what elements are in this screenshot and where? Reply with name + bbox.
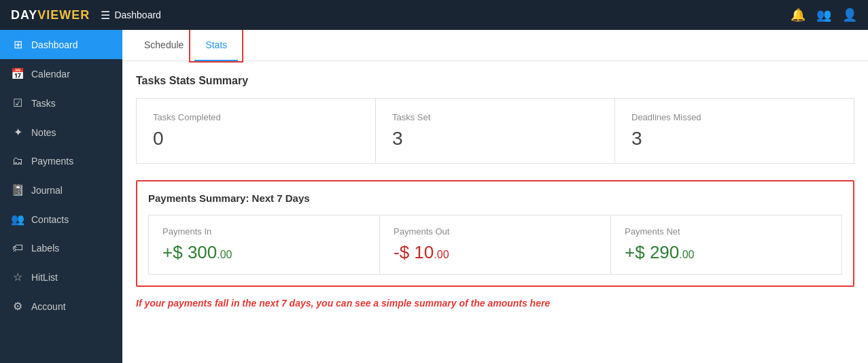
payment-label-out: Payments Out bbox=[394, 226, 597, 237]
tab-schedule-label: Schedule bbox=[144, 39, 184, 50]
stat-value-missed: 3 bbox=[631, 128, 837, 150]
stat-label-completed: Tasks Completed bbox=[153, 112, 359, 122]
sidebar-label-hitlist: HitList bbox=[31, 272, 58, 283]
sidebar-item-tasks[interactable]: ☑ Tasks bbox=[0, 88, 122, 118]
payment-net-main: 290 bbox=[645, 242, 680, 262]
payment-in-prefix: +$ bbox=[162, 242, 183, 262]
sidebar-item-dashboard[interactable]: ⊞ Dashboard bbox=[0, 30, 122, 59]
sidebar-label-contacts: Contacts bbox=[31, 214, 69, 225]
labels-icon: 🏷 bbox=[11, 242, 24, 254]
contacts-icon: 👥 bbox=[11, 213, 24, 226]
sidebar-label-account: Account bbox=[31, 301, 66, 312]
stat-label-set: Tasks Set bbox=[392, 112, 598, 122]
sidebar-label-payments: Payments bbox=[31, 156, 73, 167]
app-logo: DAYVIEWER bbox=[11, 8, 90, 22]
payment-card-net: Payments Net +$ 290.00 bbox=[611, 215, 841, 274]
payments-summary-title: Payments Summary: Next 7 Days bbox=[148, 192, 842, 204]
sidebar-label-labels: Labels bbox=[31, 243, 59, 254]
logo-day: DAY bbox=[11, 8, 37, 22]
top-navigation: DAYVIEWER ☰ Dashboard 🔔 👥 👤 bbox=[0, 0, 868, 30]
payment-out-main: 10 bbox=[409, 242, 434, 262]
payment-card-out: Payments Out -$ 10.00 bbox=[380, 215, 611, 274]
sidebar-label-notes: Notes bbox=[31, 127, 56, 138]
sidebar-item-journal[interactable]: 📓 Journal bbox=[0, 175, 122, 205]
dashboard-icon: ⊞ bbox=[11, 38, 24, 51]
payment-in-main: 300 bbox=[183, 242, 218, 262]
sidebar: ⊞ Dashboard 📅 Calendar ☑ Tasks ✦ Notes 🗂… bbox=[0, 30, 122, 363]
sidebar-item-account[interactable]: ⚙ Account bbox=[0, 292, 122, 321]
sidebar-label-tasks: Tasks bbox=[31, 98, 56, 109]
payment-net-cents: .00 bbox=[679, 249, 694, 260]
payment-label-net: Payments Net bbox=[625, 226, 828, 237]
payments-info-text: If your payments fall in the next 7 days… bbox=[136, 298, 854, 309]
tasks-icon: ☑ bbox=[11, 97, 24, 109]
tab-schedule[interactable]: Schedule bbox=[133, 30, 194, 61]
topnav-left: DAYVIEWER ☰ Dashboard bbox=[11, 8, 161, 22]
payment-cards-row: Payments In +$ 300.00 Payments Out -$ 10… bbox=[148, 215, 842, 275]
payments-icon: 🗂 bbox=[11, 155, 24, 167]
stat-card-set: Tasks Set 3 bbox=[376, 99, 615, 163]
stat-value-set: 3 bbox=[392, 128, 598, 150]
sidebar-label-dashboard: Dashboard bbox=[31, 39, 78, 50]
tasks-stats-title: Tasks Stats Summary bbox=[136, 75, 854, 87]
payment-out-cents: .00 bbox=[434, 249, 449, 260]
payment-card-in: Payments In +$ 300.00 bbox=[149, 215, 380, 274]
tasks-stats-cards: Tasks Completed 0 Tasks Set 3 Deadlines … bbox=[136, 98, 854, 164]
payment-label-in: Payments In bbox=[162, 226, 366, 237]
stat-value-completed: 0 bbox=[153, 128, 359, 150]
notes-icon: ✦ bbox=[11, 126, 24, 139]
main-content: Schedule Stats Tasks Stats Summary Tasks… bbox=[122, 30, 868, 363]
sidebar-item-notes[interactable]: ✦ Notes bbox=[0, 118, 122, 147]
notifications-icon[interactable]: 🔔 bbox=[791, 7, 805, 22]
payment-out-prefix: -$ bbox=[394, 242, 409, 262]
payment-in-cents: .00 bbox=[217, 249, 232, 260]
hamburger-icon: ☰ bbox=[101, 9, 110, 22]
tab-stats-label: Stats bbox=[205, 39, 227, 50]
tab-stats[interactable]: Stats bbox=[194, 30, 238, 61]
stat-label-missed: Deadlines Missed bbox=[631, 112, 837, 122]
content-area: Tasks Stats Summary Tasks Completed 0 Ta… bbox=[122, 61, 868, 363]
sidebar-item-contacts[interactable]: 👥 Contacts bbox=[0, 205, 122, 234]
payments-summary-section: Payments Summary: Next 7 Days Payments I… bbox=[136, 180, 854, 287]
payment-value-net: +$ 290.00 bbox=[625, 242, 828, 263]
user-avatar[interactable]: 👤 bbox=[842, 7, 857, 22]
sidebar-item-hitlist[interactable]: ☆ HitList bbox=[0, 262, 122, 292]
payment-net-prefix: +$ bbox=[625, 242, 645, 262]
account-icon: ⚙ bbox=[11, 300, 24, 313]
calendar-icon: 📅 bbox=[11, 67, 24, 80]
hitlist-icon: ☆ bbox=[11, 271, 24, 283]
tab-bar: Schedule Stats bbox=[122, 30, 868, 61]
sidebar-item-labels[interactable]: 🏷 Labels bbox=[0, 234, 122, 262]
hamburger-menu[interactable]: ☰ Dashboard bbox=[101, 9, 161, 22]
app-layout: ⊞ Dashboard 📅 Calendar ☑ Tasks ✦ Notes 🗂… bbox=[0, 30, 868, 363]
sidebar-label-calendar: Calendar bbox=[31, 69, 70, 80]
stat-card-completed: Tasks Completed 0 bbox=[137, 99, 376, 163]
stat-card-missed: Deadlines Missed 3 bbox=[615, 99, 854, 163]
journal-icon: 📓 bbox=[11, 184, 24, 196]
connections-icon[interactable]: 👥 bbox=[816, 7, 831, 22]
sidebar-item-payments[interactable]: 🗂 Payments bbox=[0, 147, 122, 175]
page-title-topnav: Dashboard bbox=[114, 10, 161, 20]
logo-viewer: VIEWER bbox=[37, 8, 90, 22]
topnav-right: 🔔 👥 👤 bbox=[791, 7, 857, 22]
sidebar-label-journal: Journal bbox=[31, 185, 63, 196]
sidebar-item-calendar[interactable]: 📅 Calendar bbox=[0, 59, 122, 88]
payment-value-in: +$ 300.00 bbox=[162, 242, 366, 263]
payment-value-out: -$ 10.00 bbox=[394, 242, 597, 263]
